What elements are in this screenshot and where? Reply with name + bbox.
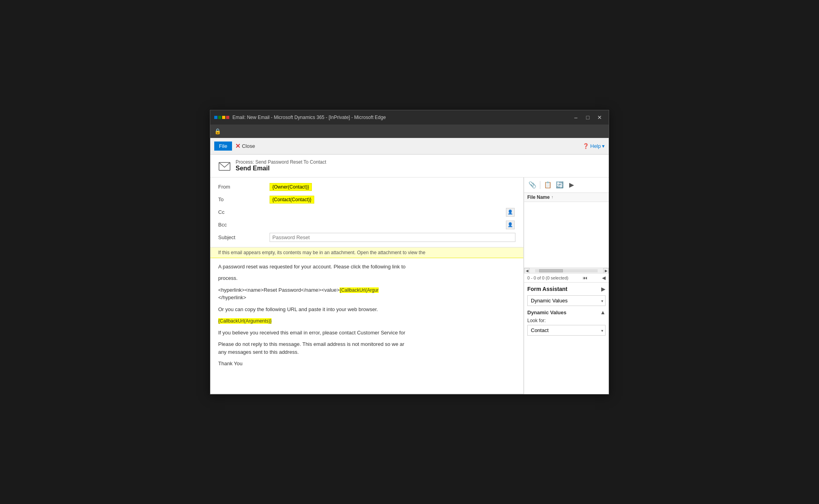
refresh-button[interactable]: 🔄 (555, 180, 565, 190)
cc-lookup-icon: 👤 (508, 210, 513, 215)
fa-section-title: Dynamic Values (527, 310, 566, 315)
h-scroll-track (535, 269, 598, 272)
bcc-input[interactable] (270, 222, 504, 228)
main-area: Process: Send Password Reset To Contact … (210, 155, 609, 394)
cc-label: Cc (218, 209, 270, 215)
form-area: From {Owner(Contact)} To {Contact(Contac… (210, 177, 524, 394)
cc-lookup-button[interactable]: 👤 (506, 208, 515, 217)
process-subtitle: Process: Send Password Reset To Contact (236, 159, 326, 165)
fa-look-for-select[interactable]: Contact (527, 325, 606, 336)
close-button[interactable]: ✕ Close (235, 142, 255, 150)
fa-title: Form Assistant (527, 286, 567, 292)
to-tag[interactable]: {Contact(Contact)} (270, 196, 314, 204)
bottom-form: If this email appears empty, its content… (210, 247, 523, 394)
fa-look-for-wrapper: Contact ▾ (527, 325, 606, 336)
help-chevron: ▾ (602, 143, 605, 149)
attachments-panel: 📎 📋 🔄 ▶ File Name ↑ (524, 177, 609, 283)
fa-expand-button[interactable]: ▶ (601, 286, 606, 292)
window-close-button[interactable]: ✕ (594, 113, 605, 121)
cc-field[interactable]: 👤 (270, 209, 515, 215)
bcc-row: Bcc 👤 (210, 219, 523, 231)
side-panel: 📎 📋 🔄 ▶ File Name ↑ (524, 177, 609, 394)
fa-main-select[interactable]: Dynamic Values (527, 295, 606, 306)
body-hyperlink: <hyperlink><name>Reset Password</name><v… (218, 286, 515, 302)
close-icon: ✕ (235, 142, 240, 150)
subject-label: Subject (218, 234, 270, 240)
bcc-field[interactable]: 👤 (270, 222, 515, 228)
cc-row: Cc 👤 (210, 206, 523, 219)
to-value: {Contact(Contact)} (270, 196, 515, 204)
fa-look-for-label: Look for: (527, 318, 606, 323)
sort-arrow[interactable]: ↑ (551, 195, 553, 199)
form-fields: From {Owner(Contact)} To {Contact(Contac… (210, 177, 523, 247)
first-page-button[interactable]: ⏮ (583, 275, 587, 281)
body-callback-url: {CallbackUrl(Arguments)} (218, 317, 515, 325)
email-icon-wrap (218, 160, 231, 174)
help-button[interactable]: ❓ Help ▾ (583, 143, 605, 149)
to-label: To (218, 196, 270, 202)
copy-button[interactable]: 📋 (543, 180, 553, 190)
callback-tag-1: {CallbackUrl(Argur (340, 287, 379, 293)
process-title-area: Process: Send Password Reset To Contact … (236, 159, 326, 172)
help-icon: ❓ (583, 143, 589, 149)
h-scroll-left[interactable]: ◀ (524, 268, 530, 274)
subject-field[interactable] (270, 233, 515, 242)
form-assistant-panel: Form Assistant ▶ Dynamic Values ▾ Dynami… (524, 283, 609, 394)
subject-row: Subject (210, 231, 523, 244)
h-scroll-right[interactable]: ▶ (603, 268, 609, 274)
minimize-button[interactable]: – (571, 113, 581, 121)
bcc-lookup-button[interactable]: 👤 (506, 221, 515, 229)
cc-input[interactable] (270, 209, 504, 215)
from-row: From {Owner(Contact)} (210, 181, 523, 193)
fa-collapse-button[interactable]: ▲ (600, 309, 606, 315)
pagination-text: 0 - 0 of 0 (0 selected) (527, 276, 568, 280)
body-line2: process. (218, 274, 515, 282)
file-button[interactable]: File (214, 142, 232, 151)
browser-title: Email: New Email - Microsoft Dynamics 36… (232, 115, 568, 120)
callback-tag-2: {CallbackUrl(Arguments)} (218, 318, 272, 324)
file-name-label: File Name (527, 194, 550, 200)
from-value: {Owner(Contact)} (270, 183, 515, 191)
content-area: From {Owner(Contact)} To {Contact(Contac… (210, 177, 609, 394)
maximize-button[interactable]: □ (583, 113, 593, 121)
h-scroll-thumb[interactable] (539, 269, 563, 272)
from-tag[interactable]: {Owner(Contact)} (270, 183, 312, 191)
attach-button[interactable]: 📎 (527, 180, 538, 190)
process-main-title: Send Email (236, 165, 326, 172)
subject-input[interactable] (270, 233, 515, 242)
fa-section-header: Dynamic Values ▲ (527, 309, 606, 315)
body-no-reply: Please do not reply to this message. Thi… (218, 340, 515, 356)
warning-bar: If this email appears empty, its content… (210, 247, 523, 258)
fa-dropdown-wrapper: Dynamic Values ▾ (527, 295, 606, 306)
from-label: From (218, 184, 270, 190)
address-bar: 🔒 (210, 125, 609, 138)
help-label: Help (590, 143, 601, 149)
prev-page-button[interactable]: ◀ (602, 275, 606, 281)
body-error-text: If you believe you received this email i… (218, 329, 515, 337)
ribbon: File ✕ Close ❓ Help ▾ (210, 138, 609, 155)
body-url-text: Or you can copy the following URL and pa… (218, 306, 515, 313)
toolbar-separator (540, 181, 540, 189)
play-button[interactable]: ▶ (566, 180, 577, 190)
edge-icon (214, 116, 229, 119)
body-thank-you: Thank You (218, 360, 515, 368)
to-row: To {Contact(Contact)} (210, 193, 523, 206)
process-header: Process: Send Password Reset To Contact … (210, 155, 609, 177)
h-scroll-bar[interactable]: ◀ ▶ (524, 268, 609, 273)
title-bar: Email: New Email - Microsoft Dynamics 36… (210, 110, 609, 125)
window-controls: – □ ✕ (571, 113, 605, 121)
close-label: Close (242, 143, 255, 149)
bcc-label: Bcc (218, 222, 270, 228)
email-icon (218, 160, 231, 173)
body-line1: A password reset was requested for your … (218, 263, 515, 271)
attach-toolbar: 📎 📋 🔄 ▶ (524, 177, 609, 193)
attach-footer: 0 - 0 of 0 (0 selected) ⏮ ◀ (524, 273, 609, 282)
file-name-header: File Name ↑ (524, 193, 609, 202)
bcc-lookup-icon: 👤 (508, 222, 513, 227)
email-body: A password reset was requested for your … (210, 258, 523, 394)
fa-header: Form Assistant ▶ (527, 286, 606, 292)
lock-icon: 🔒 (214, 128, 221, 134)
attach-content (524, 202, 609, 268)
